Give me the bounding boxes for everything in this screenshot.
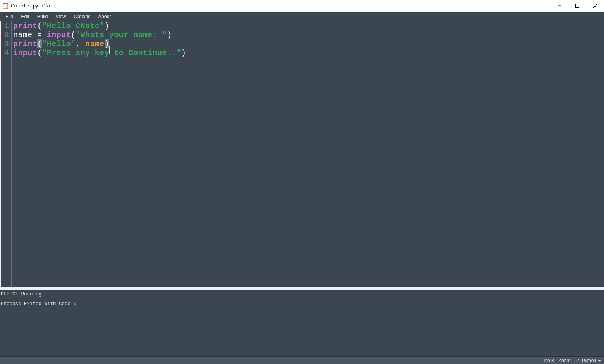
token: ) xyxy=(181,48,186,57)
svg-rect-3 xyxy=(576,4,579,8)
svg-marker-9 xyxy=(598,360,601,362)
grip-icon xyxy=(2,358,6,363)
token: input xyxy=(13,48,37,57)
output-console[interactable]: DEBUG: RunningProcess Exited with Code 0 xyxy=(0,290,604,356)
status-line-number: Line 3 xyxy=(539,358,556,363)
code-line[interactable]: name = input("Whats your name: ") xyxy=(13,31,186,39)
console-line xyxy=(1,298,603,301)
token: ( xyxy=(71,31,76,39)
maximize-button[interactable] xyxy=(568,0,586,12)
line-number: 3 xyxy=(1,39,9,48)
token: ( xyxy=(37,22,42,31)
code-editor[interactable]: 1234 print("Hello CNote")name = input("W… xyxy=(0,21,604,287)
menu-item-view[interactable]: View xyxy=(52,13,70,20)
line-number: 4 xyxy=(1,48,9,57)
app-icon xyxy=(2,3,9,9)
status-language-label: Python xyxy=(582,358,596,363)
close-button[interactable] xyxy=(586,0,604,12)
line-number-gutter: 1234 xyxy=(1,21,12,287)
token: name xyxy=(13,31,33,39)
status-language-selector[interactable]: Python xyxy=(582,358,602,363)
svg-point-8 xyxy=(3,361,4,361)
menu-item-build[interactable]: Build xyxy=(33,13,52,20)
token: print xyxy=(13,39,37,48)
code-line[interactable]: input("Press any key to Continue..") xyxy=(13,48,186,57)
token: name xyxy=(85,39,105,48)
token: print xyxy=(13,22,37,31)
svg-rect-1 xyxy=(3,3,8,4)
token: ( xyxy=(37,39,42,48)
line-number: 2 xyxy=(1,31,9,39)
token: ) xyxy=(167,31,172,39)
token: ) xyxy=(105,22,109,31)
code-line[interactable]: print("Hello CNote") xyxy=(13,22,186,31)
svg-point-6 xyxy=(2,362,3,362)
code-area[interactable]: print("Hello CNote")name = input("Whats … xyxy=(12,21,186,287)
menu-item-edit[interactable]: Edit xyxy=(17,13,33,20)
statusbar: Line 3 Zoom 157 Python xyxy=(0,356,604,364)
token: , xyxy=(76,39,85,48)
svg-point-7 xyxy=(3,362,4,362)
line-number: 1 xyxy=(1,22,9,31)
menu-item-options[interactable]: Options xyxy=(70,13,94,20)
console-line: Process Exited with Code 0 xyxy=(1,301,603,307)
chevron-down-icon xyxy=(598,359,601,362)
status-zoom: Zoom 157 xyxy=(556,358,582,363)
editor-pane: 1234 print("Hello CNote")name = input("W… xyxy=(0,21,604,356)
window-controls xyxy=(551,0,604,12)
token: "Hello" xyxy=(42,39,76,48)
menu-item-file[interactable]: File xyxy=(2,13,17,20)
token: = xyxy=(33,31,47,39)
menu-item-about[interactable]: About xyxy=(94,13,115,20)
minimize-button[interactable] xyxy=(551,0,568,12)
code-line[interactable]: print("Hello", name) xyxy=(13,39,186,48)
token: ) xyxy=(105,39,109,48)
token: "Whats your name: " xyxy=(76,31,167,39)
console-line: DEBUG: Running xyxy=(1,291,603,298)
titlebar: CnoteTest.py - CNote xyxy=(0,0,604,12)
token: "Press any key to Continue.." xyxy=(42,48,181,57)
token: "Hello CNote" xyxy=(42,22,104,31)
token: ( xyxy=(37,48,42,57)
token: input xyxy=(47,31,71,39)
menubar: FileEditBuildViewOptionsAbout xyxy=(0,12,604,21)
window-title: CnoteTest.py - CNote xyxy=(11,3,55,9)
